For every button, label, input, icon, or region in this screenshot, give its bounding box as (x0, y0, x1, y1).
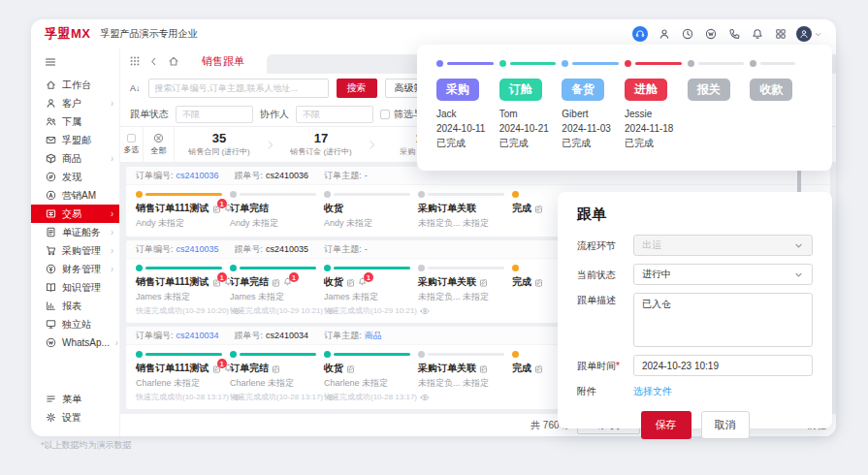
bell-icon[interactable] (750, 27, 764, 42)
tracking-status-input[interactable] (176, 106, 253, 123)
search-button[interactable]: 搜索 (337, 79, 377, 98)
support-icon[interactable] (632, 26, 648, 42)
phone-icon[interactable] (726, 27, 741, 42)
order-no-link[interactable]: cs2410035 (177, 244, 219, 254)
notification-bell-icon[interactable]: 1 (283, 276, 296, 288)
timeline-step: 订单完结Andy 未指定 (230, 190, 324, 230)
current-status-select[interactable]: 进行中 (633, 264, 813, 285)
order-no-link[interactable]: cs2410034 (177, 331, 219, 340)
step-status: 快速完成成功(10-29 10:20) (136, 305, 222, 316)
sidebar-item-monitor[interactable]: 独立站 (31, 315, 119, 333)
user-icon[interactable] (657, 27, 671, 42)
workflow-dot (750, 60, 756, 67)
edit-icon[interactable] (479, 364, 488, 373)
sidebar-item-person[interactable]: 客户› (31, 94, 119, 112)
notification-bell-icon[interactable]: 1 (358, 276, 370, 288)
step-assignees: James 未指定 (136, 291, 222, 303)
edit-icon[interactable] (479, 278, 488, 287)
cancel-button[interactable]: 取消 (701, 411, 750, 439)
attachment-label: 附件 (577, 384, 633, 398)
edit-icon[interactable] (346, 364, 355, 373)
subject-link[interactable]: - (365, 244, 368, 254)
track-no-value: cs2410034 (266, 331, 308, 340)
stat-item[interactable]: 17销售订金 (进行中) (276, 127, 366, 162)
choose-file-link[interactable]: 选择文件 (633, 385, 672, 398)
sidebar-item-home[interactable]: 工作台 (31, 76, 119, 94)
workflow-line (760, 62, 795, 65)
subject-link[interactable]: 商品 (365, 331, 382, 340)
order-no-link[interactable]: cs2410036 (177, 171, 219, 180)
sidebar-item-am[interactable]: 营销AM (31, 186, 119, 205)
back-chevron-icon[interactable] (147, 55, 160, 68)
tracking-time-input[interactable] (633, 355, 813, 376)
step-assignees: James 未指定 (230, 291, 316, 303)
workflow-step-info: Jack2024-10-11已完成 (436, 107, 499, 150)
workflow-line (572, 62, 619, 65)
save-button[interactable]: 保存 (641, 411, 691, 439)
stat-item[interactable]: 35销售合同 (进行中) (175, 127, 264, 162)
sidebar-item-mail[interactable]: 孚盟邮 (31, 131, 119, 149)
edit-icon[interactable] (272, 364, 280, 373)
workflow-step-info: Tom2024-10-21已完成 (499, 107, 563, 150)
collaborator-input[interactable] (296, 106, 373, 123)
sidebar-item-coin[interactable]: 财务管理› (31, 260, 119, 278)
workflow-step-badge[interactable]: 进舱 (625, 79, 667, 101)
multi-select-checkbox[interactable] (127, 134, 136, 142)
sidebar-item-chart[interactable]: 报表 (31, 297, 119, 315)
edit-icon[interactable] (534, 205, 543, 213)
step-line (145, 267, 222, 269)
whatsapp-icon[interactable] (703, 27, 718, 42)
description-textarea[interactable]: 已入仓 (633, 293, 813, 347)
workflow-track-segment (499, 60, 563, 67)
workflow-step-badge[interactable]: 收款 (750, 79, 792, 101)
sidebar-item-cart[interactable]: 采购管理› (31, 241, 119, 260)
stat-separator-icon (366, 127, 378, 162)
home-icon[interactable] (167, 55, 179, 68)
step-dot (512, 265, 519, 271)
workflow-step-badge[interactable]: 报关 (688, 79, 730, 101)
timeline-step: 收货1James 未指定快速完成成功(10-29 10:21) (324, 264, 418, 316)
sidebar-item-menu[interactable]: 菜单 (31, 390, 119, 408)
track-no-value: cs2410036 (266, 171, 308, 180)
workflow-step-badge[interactable]: 采购 (436, 79, 479, 101)
apps-grid-icon[interactable] (128, 55, 141, 68)
stage-select[interactable]: 出运 (633, 235, 813, 256)
sidebar-collapse-icon[interactable] (31, 50, 119, 76)
sidebar-item-label: 工作台 (62, 79, 91, 92)
sidebar-item-trade[interactable]: 交易› (31, 205, 119, 223)
workflow-step-badge[interactable]: 备货 (562, 79, 604, 101)
sidebar-item-gear[interactable]: 设置 (31, 408, 119, 427)
procurement-icon (45, 245, 56, 257)
history-icon[interactable] (680, 27, 694, 42)
sidebar-item-wa[interactable]: WhatsAp...› (31, 333, 119, 352)
edit-icon[interactable] (272, 278, 280, 287)
sidebar-item-label: 下属 (62, 115, 81, 129)
sort-icon[interactable]: A↓ (130, 83, 141, 93)
sidebar-item-subs[interactable]: 下属 (31, 112, 119, 131)
demo-data-footnote: *以上数据均为演示数据 (41, 439, 132, 452)
apps-icon[interactable] (773, 27, 788, 42)
tracking-form: 跟单 流程环节 出运 当前状态 进行中 跟单描述 已入仓 跟单时间* 附件 选择… (558, 192, 832, 428)
edit-icon[interactable] (534, 278, 543, 287)
sidebar-item-compass[interactable]: 发现 (31, 168, 119, 186)
sidebar-item-book[interactable]: 知识管理 (31, 278, 119, 297)
sidebar-item-doc[interactable]: 单证船务› (31, 223, 119, 241)
workflow-step-badge[interactable]: 订舱 (499, 79, 542, 101)
multi-select-toggle[interactable]: 多选 (120, 127, 144, 162)
search-input[interactable] (148, 79, 329, 98)
edit-icon[interactable] (534, 364, 543, 373)
step-track (418, 190, 504, 199)
all-filter[interactable]: 全部 (144, 127, 175, 162)
sidebar-item-box[interactable]: 商品› (31, 149, 119, 168)
workflow-dot (625, 60, 631, 67)
user-avatar[interactable] (796, 26, 822, 42)
tab-sales-tracking[interactable]: 销售跟单 (186, 48, 260, 74)
stat-number: 17 (314, 132, 328, 145)
step-title: 销售订单111测试1 (136, 362, 222, 375)
step-assignees: Andy 未指定 (324, 217, 410, 230)
edit-icon[interactable] (346, 278, 355, 287)
related-to-me-checkbox[interactable] (380, 110, 390, 119)
stage-label: 流程环节 (577, 238, 633, 253)
subject-link[interactable]: - (365, 171, 368, 180)
chevron-right-icon: › (111, 227, 113, 238)
